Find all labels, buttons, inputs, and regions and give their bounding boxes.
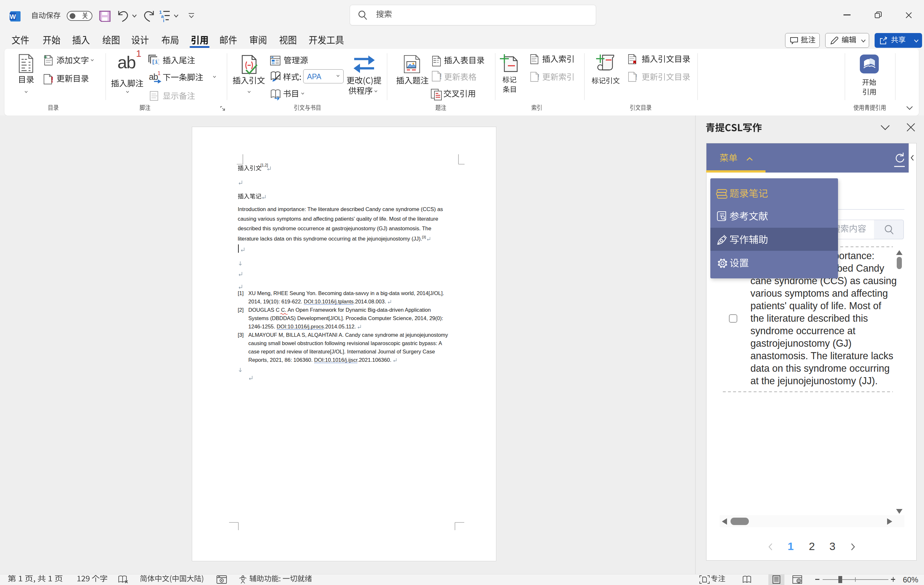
svg-text:!: !	[439, 71, 442, 81]
svg-text:!: !	[635, 73, 637, 81]
svg-text:!: !	[51, 75, 54, 84]
svg-text:[i]: [i]	[152, 59, 159, 65]
svg-text:!: !	[537, 73, 540, 81]
svg-text:W: W	[10, 13, 16, 20]
svg-text:i: i	[163, 18, 164, 23]
